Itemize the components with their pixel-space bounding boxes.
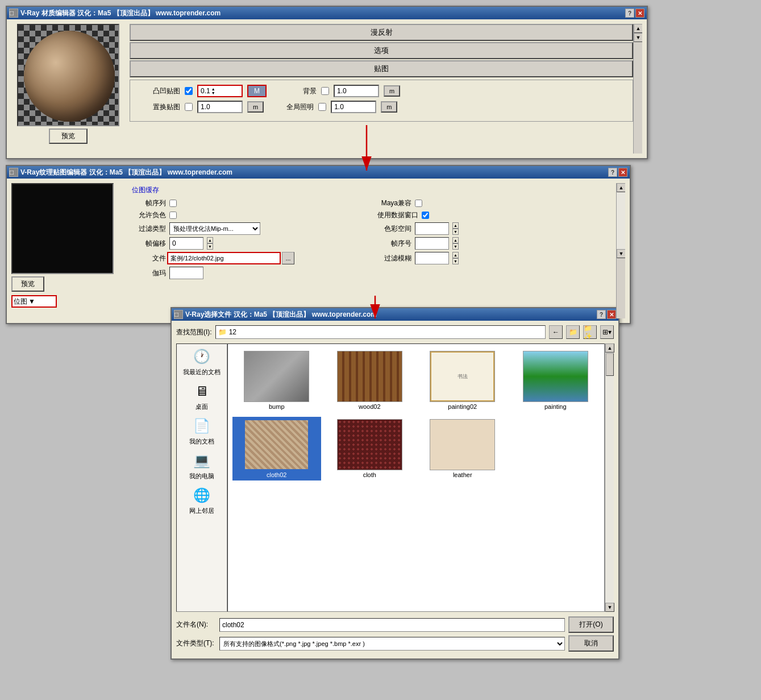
network-label: 网上邻居 <box>189 507 214 515</box>
frame-offset-label: 帧偏移 <box>132 239 166 248</box>
texture-close-button[interactable]: ✕ <box>618 168 627 177</box>
wood02-filename: wood02 <box>359 403 381 410</box>
bump-value-input[interactable]: 0.1 ▲ ▼ <box>197 85 243 97</box>
chooser-help-button[interactable]: ? <box>597 310 606 319</box>
use-data-win-checkbox[interactable] <box>422 212 429 219</box>
frame-num-label: 帧序号 <box>377 239 411 248</box>
frame-num-input[interactable]: 0 <box>415 237 449 250</box>
background-label: 背景 <box>271 86 317 96</box>
bump-map-checkbox[interactable] <box>185 87 193 95</box>
filename-label: 文件名(N): <box>176 620 216 629</box>
m-button[interactable]: M <box>247 85 267 97</box>
bg-value-input[interactable]: 1.0 <box>334 85 379 97</box>
options-section[interactable]: 选项 <box>130 42 633 59</box>
bg-m-button[interactable]: m <box>384 85 400 97</box>
new-folder-button[interactable]: 📁✨ <box>583 325 597 339</box>
filetype-select[interactable]: 所有支持的图像格式(*.png *.jpg *.jpeg *.bmp *.exr… <box>219 637 565 651</box>
bump-filename: bump <box>269 403 285 410</box>
material-editor-title: V-Ray 材质编辑器 汉化：Ma5 【顶渲出品】 www.toprender.… <box>20 9 625 18</box>
filter-type-select[interactable]: 预处理优化法Mip-m... <box>169 222 260 235</box>
file-item-leather[interactable]: leather <box>418 417 507 481</box>
bump-thumbnail <box>244 351 309 402</box>
maya-compat-checkbox[interactable] <box>415 200 422 207</box>
chooser-close-button[interactable]: ✕ <box>607 310 616 319</box>
filename-input[interactable] <box>219 618 565 632</box>
file-path-input[interactable]: 案例/12/cloth02.jpg <box>167 252 281 264</box>
file-item-painting[interactable]: painting <box>512 349 600 412</box>
cloth-filename: cloth <box>363 471 376 478</box>
filter-blur-input[interactable]: 0.0 <box>415 252 449 264</box>
preview-button[interactable]: 预览 <box>49 129 88 144</box>
network-icon: 🌐 <box>192 485 212 506</box>
location-input[interactable]: 📁 12 <box>215 325 546 339</box>
file-label: 文件 <box>132 254 166 263</box>
file-chooser-titlebar[interactable]: □ V-Ray选择文件 汉化：Ma5 【顶渲出品】 www.toprender.… <box>172 308 618 321</box>
cloth02-thumbnail <box>244 419 309 470</box>
disp-m-button[interactable]: m <box>247 101 264 113</box>
network-nav[interactable]: 🌐 网上邻居 <box>189 485 214 515</box>
material-editor-window: □ V-Ray 材质编辑器 汉化：Ma5 【顶渲出品】 www.toprende… <box>6 6 648 159</box>
cloth02-filename: cloth02 <box>267 471 286 478</box>
recent-docs-nav[interactable]: 🕐 我最近的文档 <box>183 346 221 376</box>
material-preview-panel <box>17 24 119 126</box>
gamma-label: 伽玛 <box>132 268 166 278</box>
my-docs-label: 我的文档 <box>189 437 214 446</box>
texture-scrollbar[interactable]: ▲ ▼ <box>616 183 625 318</box>
desktop-nav[interactable]: 🖥 桌面 <box>192 381 212 411</box>
texture-editor-title: V-Ray纹理贴图编辑器 汉化：Ma5 【顶渲出品】 www.toprender… <box>20 168 608 177</box>
color-space-input[interactable]: 0 <box>415 222 449 235</box>
painting02-thumbnail: 书法 <box>430 351 495 402</box>
maps-section[interactable]: 贴图 <box>130 60 633 77</box>
up-button[interactable]: 📁 <box>566 325 580 339</box>
my-docs-nav[interactable]: 📄 我的文档 <box>189 416 214 446</box>
main-scrollbar[interactable]: ▲ ▼ <box>633 24 642 154</box>
file-item-cloth02[interactable]: cloth02 <box>232 417 321 481</box>
frame-seq-label: 帧序列 <box>132 198 166 208</box>
background-checkbox[interactable] <box>321 87 329 95</box>
close-button[interactable]: ✕ <box>635 9 644 18</box>
material-editor-titlebar[interactable]: □ V-Ray 材质编辑器 汉化：Ma5 【顶渲出品】 www.toprende… <box>7 7 647 19</box>
file-chooser-icon: □ <box>174 310 183 319</box>
file-chooser-title: V-Ray选择文件 汉化：Ma5 【顶渲出品】 www.toprender.co… <box>185 310 597 320</box>
gl-value-input[interactable]: 1.0 <box>331 101 376 113</box>
diffuse-section[interactable]: 漫反射 <box>130 24 633 41</box>
global-light-checkbox[interactable] <box>318 103 326 111</box>
gamma-input[interactable]: 1.0 <box>169 267 203 279</box>
file-item-bump[interactable]: bump <box>232 349 321 412</box>
my-computer-label: 我的电脑 <box>189 472 214 481</box>
allow-neg-checkbox[interactable] <box>169 212 177 219</box>
file-item-painting02[interactable]: 书法 painting02 <box>418 349 507 412</box>
displace-checkbox[interactable] <box>185 103 193 111</box>
texture-help-button[interactable]: ? <box>608 168 617 177</box>
desktop-icon: 🖥 <box>192 381 212 401</box>
filetype-label: 文件类型(T): <box>176 639 216 648</box>
frame-seq-checkbox[interactable] <box>169 200 177 207</box>
my-computer-nav[interactable]: 💻 我的电脑 <box>189 450 214 481</box>
texture-editor-window: □ V-Ray纹理贴图编辑器 汉化：Ma5 【顶渲出品】 www.toprend… <box>6 165 631 324</box>
leather-filename: leather <box>453 471 472 478</box>
gl-m-button[interactable]: m <box>381 101 397 113</box>
global-light-label: 全局照明 <box>268 102 314 112</box>
desktop-label: 桌面 <box>196 403 208 411</box>
browse-button[interactable]: ... <box>282 252 294 264</box>
my-computer-icon: 💻 <box>192 450 212 471</box>
disp-value-input[interactable]: 1.0 <box>197 101 243 113</box>
back-button[interactable]: ← <box>549 325 563 339</box>
open-button[interactable]: 打开(O) <box>568 616 614 633</box>
material-editor-icon: □ <box>9 9 18 18</box>
file-item-wood02[interactable]: wood02 <box>326 349 414 412</box>
bump-map-label: 凸凹贴图 <box>135 86 180 96</box>
frame-offset-input[interactable] <box>169 237 203 250</box>
texture-type-select[interactable]: 位图 ▼ <box>11 295 57 308</box>
texture-preview-button[interactable]: 预览 <box>11 276 44 292</box>
view-button[interactable]: ⊞▾ <box>600 325 614 339</box>
chooser-scrollbar[interactable]: ▲ ▼ <box>605 343 614 612</box>
use-data-win-label: 使用数据窗口 <box>377 210 418 220</box>
left-nav-panel: 🕐 我最近的文档 🖥 桌面 📄 我的文档 💻 我的电脑 🌐 网上邻 <box>176 343 227 612</box>
recent-docs-icon: 🕐 <box>192 346 212 367</box>
cancel-button[interactable]: 取消 <box>568 635 614 652</box>
help-button[interactable]: ? <box>625 9 634 18</box>
painting02-filename: painting02 <box>448 403 477 410</box>
file-item-cloth[interactable]: cloth <box>326 417 414 481</box>
texture-editor-titlebar[interactable]: □ V-Ray纹理贴图编辑器 汉化：Ma5 【顶渲出品】 www.toprend… <box>7 166 630 179</box>
